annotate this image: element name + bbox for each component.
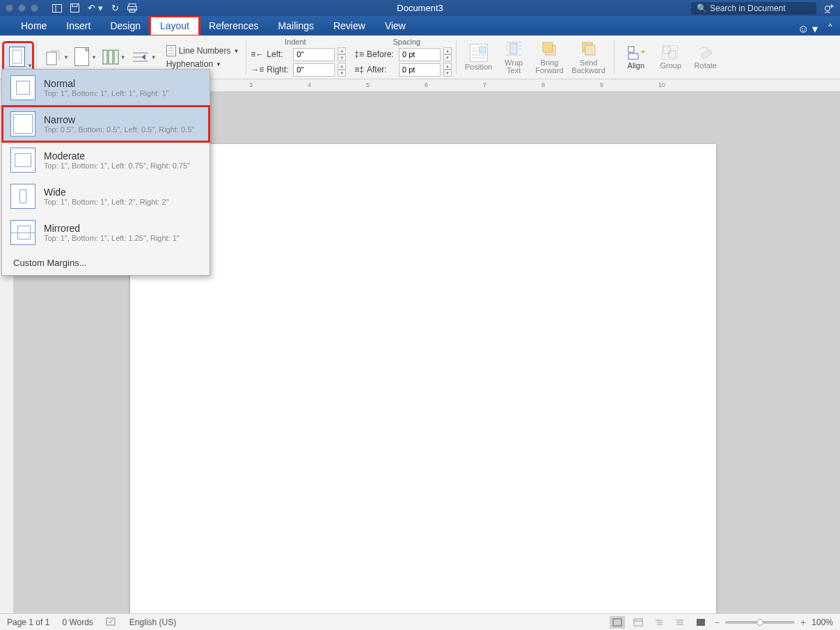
bring-forward-button[interactable]: Bring Forward: [531, 38, 567, 76]
redo-icon[interactable]: ↻: [111, 3, 119, 13]
svg-rect-16: [114, 50, 118, 64]
indent-left-spinner[interactable]: ▲▼: [338, 47, 346, 61]
svg-rect-0: [53, 4, 62, 12]
tab-references[interactable]: References: [199, 17, 269, 36]
print-layout-view[interactable]: [610, 616, 625, 629]
word-count[interactable]: 0 Words: [62, 617, 93, 627]
svg-rect-42: [628, 54, 638, 59]
margins-wide[interactable]: Wide Top: 1", Bottom: 1", Left: 2", Righ…: [2, 178, 209, 214]
chevron-down-icon: ▼: [27, 63, 33, 69]
tab-design[interactable]: Design: [100, 17, 150, 36]
wrap-text-button[interactable]: Wrap Text: [496, 38, 531, 76]
zoom-slider[interactable]: [725, 621, 795, 624]
margins-moderate[interactable]: Moderate Top: 1", Bottom: 1", Left: 0.75…: [2, 142, 209, 178]
ribbon-tabs: Home Insert Design Layout References Mai…: [0, 16, 840, 36]
margins-mirrored-icon: [10, 220, 35, 245]
rotate-button[interactable]: Rotate: [688, 44, 723, 71]
draft-view[interactable]: [672, 616, 688, 629]
spacing-after-input[interactable]: [399, 63, 441, 77]
svg-rect-38: [543, 42, 553, 52]
indent-right-input[interactable]: [293, 63, 335, 77]
margins-button[interactable]: ▼: [4, 43, 32, 71]
svg-rect-47: [613, 619, 621, 626]
svg-rect-12: [47, 52, 56, 65]
svg-rect-40: [585, 45, 595, 55]
ruler-tick: 4: [308, 81, 311, 88]
statusbar: Page 1 of 1 0 Words English (US) − + 100…: [0, 613, 840, 630]
close-window[interactable]: [6, 4, 13, 12]
margins-mirrored[interactable]: Mirrored Top: 1", Bottom: 1", Left: 1.25…: [2, 214, 209, 251]
size-button[interactable]: ▼: [72, 46, 100, 68]
svg-rect-3: [72, 4, 77, 7]
margins-moderate-icon: [10, 148, 35, 173]
group-button[interactable]: Group: [653, 44, 688, 71]
web-layout-view[interactable]: [631, 616, 646, 629]
tab-layout[interactable]: Layout: [150, 17, 199, 36]
svg-rect-25: [480, 47, 486, 53]
tab-view[interactable]: View: [375, 17, 415, 36]
line-numbers-button[interactable]: Line Numbers▼: [164, 44, 242, 58]
maximize-window[interactable]: [31, 4, 38, 12]
svg-rect-5: [127, 7, 136, 10]
sidebar-icon[interactable]: [52, 4, 62, 13]
search-input[interactable]: 🔍 Search in Document: [691, 2, 816, 15]
columns-button[interactable]: ▼: [100, 47, 129, 67]
spacing-after-label: After:: [367, 65, 396, 74]
document-title: Document3: [397, 3, 443, 13]
margins-normal[interactable]: Normal Top: 1", Bottom: 1", Left: 1", Ri…: [2, 70, 209, 106]
margins-narrow-icon: [10, 111, 35, 136]
search-icon: 🔍: [697, 3, 707, 13]
zoom-in[interactable]: +: [800, 617, 806, 628]
spacing-after-spinner[interactable]: ▲▼: [443, 63, 452, 77]
page: [130, 144, 716, 613]
share-icon[interactable]: [823, 3, 834, 13]
zoom-level[interactable]: 100%: [811, 617, 833, 627]
spacing-before-label: Before:: [367, 49, 396, 59]
quick-access-toolbar: ↶ ▾ ↻: [52, 3, 137, 13]
language-status[interactable]: English (US): [129, 617, 176, 627]
breaks-button[interactable]: ▼: [129, 49, 159, 65]
margins-menu: Normal Top: 1", Bottom: 1", Left: 1", Ri…: [1, 69, 210, 276]
spacing-after-icon: ≡‡: [354, 65, 364, 74]
margins-narrow[interactable]: Narrow Top: 0.5", Bottom: 0.5", Left: 0.…: [2, 106, 209, 142]
collapse-ribbon-icon[interactable]: ˄: [827, 22, 833, 36]
minimize-window[interactable]: [18, 4, 26, 12]
outline-view[interactable]: [651, 616, 667, 629]
svg-rect-6: [129, 9, 135, 13]
ruler-tick: 6: [425, 81, 428, 88]
svg-rect-15: [109, 50, 113, 64]
orientation-button[interactable]: ▼: [41, 47, 72, 68]
svg-point-7: [825, 6, 830, 10]
svg-rect-41: [628, 47, 634, 52]
indent-right-spinner[interactable]: ▲▼: [338, 63, 346, 77]
save-icon[interactable]: [70, 3, 79, 13]
margins-custom[interactable]: Custom Margins...: [2, 251, 209, 275]
tab-mailings[interactable]: Mailings: [269, 17, 324, 36]
indent-left-input[interactable]: [293, 48, 335, 61]
ruler-tick: 9: [600, 81, 603, 88]
feedback-icon[interactable]: ☺ ▾: [798, 22, 818, 36]
focus-view[interactable]: [693, 616, 708, 629]
indent-right-label: Right:: [267, 65, 290, 74]
send-backward-button[interactable]: Send Backward: [568, 38, 610, 76]
position-button[interactable]: Position: [461, 42, 496, 72]
zoom-out[interactable]: −: [714, 617, 720, 628]
svg-rect-4: [129, 4, 136, 7]
ruler-tick: 10: [658, 81, 665, 88]
margins-normal-icon: [10, 75, 35, 100]
margins-wide-icon: [10, 184, 35, 209]
tab-insert[interactable]: Insert: [56, 17, 100, 36]
tab-review[interactable]: Review: [324, 17, 375, 36]
margins-normal-desc: Top: 1", Bottom: 1", Left: 1", Right: 1": [44, 89, 169, 97]
indent-right-icon: →≡: [251, 65, 264, 74]
spacing-before-input[interactable]: [399, 48, 441, 61]
undo-icon[interactable]: ↶ ▾: [88, 3, 103, 13]
tab-home[interactable]: Home: [11, 17, 56, 36]
align-button[interactable]: Align: [619, 44, 653, 71]
margins-narrow-title: Narrow: [44, 114, 194, 125]
margins-mirrored-desc: Top: 1", Bottom: 1", Left: 1.25", Right:…: [44, 234, 180, 242]
page-count[interactable]: Page 1 of 1: [7, 617, 49, 627]
print-icon[interactable]: [127, 3, 137, 13]
spacing-before-spinner[interactable]: ▲▼: [443, 47, 452, 61]
spellcheck-icon[interactable]: [106, 617, 117, 627]
